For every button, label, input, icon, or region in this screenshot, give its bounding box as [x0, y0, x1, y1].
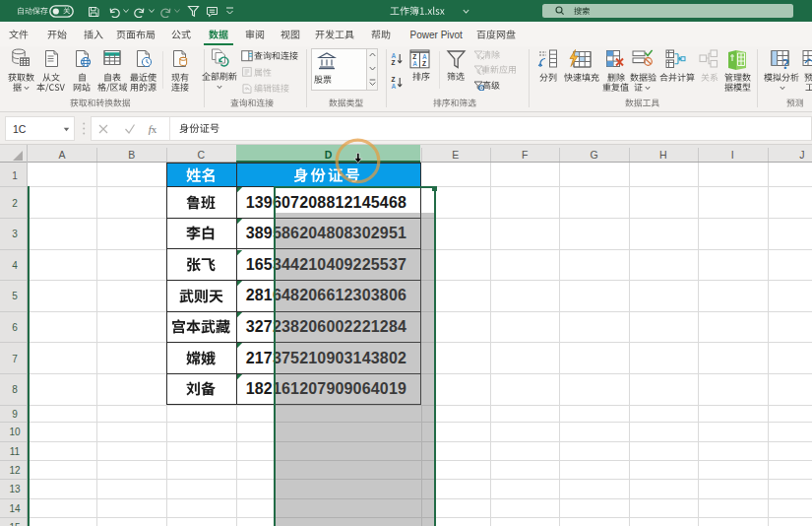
svg-text:A: A [392, 82, 397, 89]
svg-text:Z: Z [412, 53, 416, 60]
svg-text:A: A [412, 60, 417, 67]
svg-text:?: ? [782, 56, 790, 70]
svg-text:Z: Z [422, 60, 426, 67]
svg-text:A: A [422, 53, 427, 60]
svg-text:Z: Z [392, 59, 396, 66]
